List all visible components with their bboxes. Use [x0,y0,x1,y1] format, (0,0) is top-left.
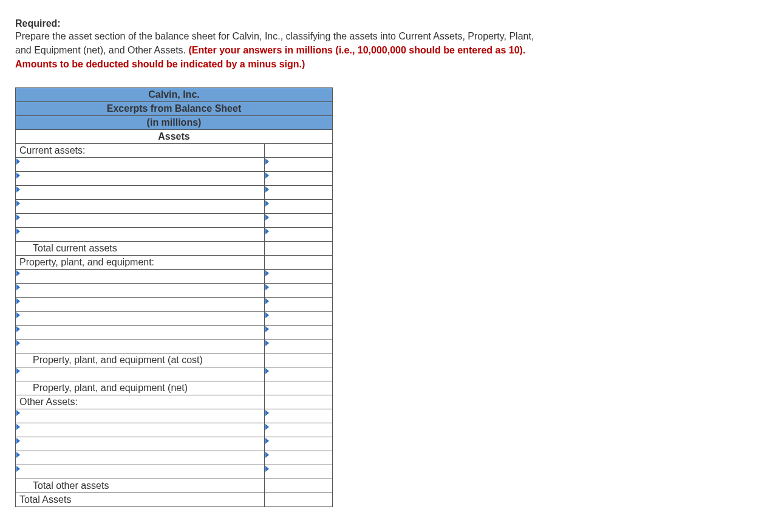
ppe-net-amount[interactable] [265,381,333,395]
ppe-line-extra-label[interactable] [16,367,265,381]
ppe-line-6-label[interactable] [16,339,265,353]
blank-amount [265,395,333,409]
dropdown-icon [16,424,20,430]
total-current-assets-amount[interactable] [265,242,333,256]
blank-amount [265,144,333,158]
dropdown-icon [265,298,269,304]
dropdown-icon [16,466,20,472]
current-asset-line-4-amount[interactable] [265,200,333,214]
current-assets-heading: Current assets: [16,144,265,158]
total-assets-amount[interactable] [265,493,333,507]
ppe-line-2-amount[interactable] [265,284,333,298]
sheet-subtitle: Excerpts from Balance Sheet [16,102,333,116]
total-assets-label: Total Assets [16,493,265,507]
instructions-line-2: and Equipment (net), and Other Assets. (… [15,44,695,57]
ppe-line-5-amount[interactable] [265,326,333,339]
instructions-line-3: Amounts to be deducted should be indicat… [15,58,695,71]
ppe-line-6-amount[interactable] [265,339,333,353]
dropdown-icon [16,159,20,165]
dropdown-icon [16,200,20,206]
blank-amount [265,256,333,270]
other-asset-line-3-label[interactable] [16,437,265,451]
ppe-line-5-label[interactable] [16,326,265,339]
dropdown-icon [16,186,20,193]
sheet-units: (in millions) [16,116,333,130]
other-assets-heading: Other Assets: [16,395,265,409]
instructions-line-2b: (Enter your answers in millions (i.e., 1… [189,45,526,55]
dropdown-icon [265,340,269,346]
dropdown-icon [265,452,269,458]
other-asset-line-5-amount[interactable] [265,465,333,479]
current-asset-line-6-amount[interactable] [265,228,333,242]
total-other-assets-label: Total other assets [16,479,265,493]
dropdown-icon [265,159,269,165]
current-asset-line-3-amount[interactable] [265,186,333,200]
dropdown-icon [16,228,20,234]
dropdown-icon [16,438,20,444]
other-asset-line-3-amount[interactable] [265,437,333,451]
ppe-line-3-label[interactable] [16,298,265,312]
dropdown-icon [265,214,269,220]
dropdown-icon [265,228,269,234]
dropdown-icon [16,172,20,179]
ppe-line-1-label[interactable] [16,270,265,284]
dropdown-icon [16,452,20,458]
dropdown-icon [265,200,269,206]
dropdown-icon [16,270,20,276]
dropdown-icon [265,410,269,416]
other-asset-line-4-label[interactable] [16,451,265,465]
dropdown-icon [16,312,20,318]
other-asset-line-5-label[interactable] [16,465,265,479]
current-asset-line-5-amount[interactable] [265,214,333,228]
dropdown-icon [265,284,269,290]
other-asset-line-2-amount[interactable] [265,423,333,437]
dropdown-icon [16,214,20,220]
dropdown-icon [16,284,20,290]
dropdown-icon [265,270,269,276]
ppe-at-cost-amount[interactable] [265,353,333,367]
current-asset-line-6-label[interactable] [16,228,265,242]
current-asset-line-4-label[interactable] [16,200,265,214]
dropdown-icon [265,368,269,374]
current-asset-line-1-amount[interactable] [265,158,333,172]
dropdown-icon [265,186,269,193]
ppe-line-extra-amount[interactable] [265,367,333,381]
total-current-assets-label: Total current assets [16,242,265,256]
total-other-assets-amount[interactable] [265,479,333,493]
ppe-net-label: Property, plant, and equipment (net) [16,381,265,395]
instructions-line-1: Prepare the asset section of the balance… [15,30,695,43]
assets-section-title: Assets [16,130,333,144]
dropdown-icon [16,298,20,304]
current-asset-line-3-label[interactable] [16,186,265,200]
current-asset-line-2-amount[interactable] [265,172,333,186]
required-label: Required: [15,18,758,29]
balance-sheet-table: Calvin, Inc. Excerpts from Balance Sheet… [15,87,333,507]
other-asset-line-1-amount[interactable] [265,409,333,423]
dropdown-icon [265,424,269,430]
dropdown-icon [265,438,269,444]
ppe-line-1-amount[interactable] [265,270,333,284]
current-asset-line-2-label[interactable] [16,172,265,186]
instructions-line-3-text: Amounts to be deducted should be indicat… [15,59,305,69]
other-asset-line-2-label[interactable] [16,423,265,437]
current-asset-line-5-label[interactable] [16,214,265,228]
dropdown-icon [265,172,269,179]
other-asset-line-1-label[interactable] [16,409,265,423]
dropdown-icon [265,326,269,332]
dropdown-icon [16,368,20,374]
current-asset-line-1-label[interactable] [16,158,265,172]
company-name: Calvin, Inc. [16,88,333,102]
dropdown-icon [16,340,20,346]
ppe-line-3-amount[interactable] [265,298,333,312]
ppe-line-4-label[interactable] [16,312,265,326]
dropdown-icon [16,326,20,332]
dropdown-icon [16,410,20,416]
balance-sheet: Calvin, Inc. Excerpts from Balance Sheet… [15,87,758,507]
ppe-line-2-label[interactable] [16,284,265,298]
ppe-at-cost-label: Property, plant, and equipment (at cost) [16,353,265,367]
dropdown-icon [265,466,269,472]
ppe-heading: Property, plant, and equipment: [16,256,265,270]
other-asset-line-4-amount[interactable] [265,451,333,465]
ppe-line-4-amount[interactable] [265,312,333,326]
instructions-line-2a: and Equipment (net), and Other Assets. [15,45,189,55]
